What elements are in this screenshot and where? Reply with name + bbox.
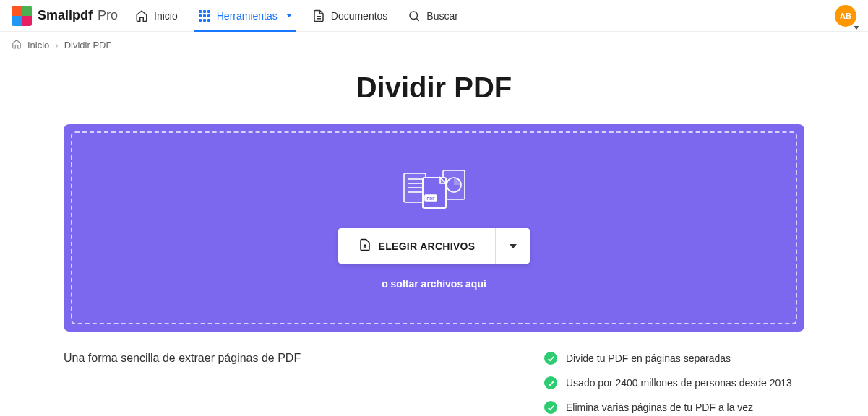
nav-tools[interactable]: Herramientas xyxy=(198,1,292,31)
choose-files-group: ELEGIR ARCHIVOS xyxy=(338,228,530,264)
feature-item: Elimina varias páginas de tu PDF a la ve… xyxy=(544,401,804,414)
grid-icon xyxy=(198,9,211,22)
page-subtitle: Una forma sencilla de extraer páginas de… xyxy=(64,352,515,416)
drop-hint: o soltar archivos aquí xyxy=(382,278,486,290)
search-icon xyxy=(408,9,421,22)
check-icon xyxy=(544,352,557,365)
header: Smallpdf Pro Inicio Herramientas Documen… xyxy=(0,0,868,32)
user-menu[interactable]: AB xyxy=(835,5,856,27)
breadcrumb-home[interactable]: Inicio xyxy=(27,40,49,51)
breadcrumb-current: Dividir PDF xyxy=(64,40,112,51)
avatar: AB xyxy=(835,5,856,27)
chevron-down-icon xyxy=(286,14,292,17)
nav-home-label: Inicio xyxy=(154,10,178,22)
nav-documents-label: Documentos xyxy=(331,10,388,22)
choose-files-button[interactable]: ELEGIR ARCHIVOS xyxy=(338,228,496,264)
check-icon xyxy=(544,401,557,414)
nav-search-label: Buscar xyxy=(426,10,458,22)
nav-home[interactable]: Inicio xyxy=(135,1,178,31)
files-illustration-icon: PDF xyxy=(401,166,468,212)
nav-tools-label: Herramientas xyxy=(217,10,278,22)
breadcrumb: Inicio › Dividir PDF xyxy=(0,32,868,58)
document-icon xyxy=(312,9,325,22)
nav-documents[interactable]: Documentos xyxy=(312,1,388,31)
main-content: Dividir PDF PDF xyxy=(0,72,868,416)
feature-text: Divide tu PDF en páginas separadas xyxy=(566,352,731,364)
feature-text: Usado por 2400 millones de personas desd… xyxy=(566,377,792,389)
feature-item: Divide tu PDF en páginas separadas xyxy=(544,352,804,365)
svg-line-1 xyxy=(417,18,419,20)
feature-text: Elimina varias páginas de tu PDF a la ve… xyxy=(566,402,753,413)
nav-search[interactable]: Buscar xyxy=(408,1,458,31)
check-icon xyxy=(544,376,557,389)
home-icon xyxy=(135,9,148,22)
upload-icon xyxy=(358,238,371,254)
breadcrumb-separator: › xyxy=(55,40,58,51)
file-dropzone[interactable]: PDF ELEGIR ARCHIVOS o soltar archivos aq… xyxy=(64,124,804,332)
choose-files-options-button[interactable] xyxy=(495,228,530,264)
chevron-down-icon xyxy=(510,244,517,248)
brand-text: Smallpdf Pro xyxy=(38,8,118,23)
choose-files-label: ELEGIR ARCHIVOS xyxy=(379,240,476,252)
svg-point-0 xyxy=(410,12,418,20)
main-nav: Inicio Herramientas Documentos Buscar xyxy=(135,1,835,31)
home-icon xyxy=(12,39,22,51)
features-list: Divide tu PDF en páginas separadas Usado… xyxy=(544,352,804,416)
svg-text:PDF: PDF xyxy=(426,196,435,201)
feature-item: Usado por 2400 millones de personas desd… xyxy=(544,376,804,389)
logo-icon xyxy=(12,6,32,26)
page-title: Dividir PDF xyxy=(64,72,804,104)
chevron-down-icon xyxy=(854,26,859,30)
brand-logo[interactable]: Smallpdf Pro xyxy=(12,6,118,26)
